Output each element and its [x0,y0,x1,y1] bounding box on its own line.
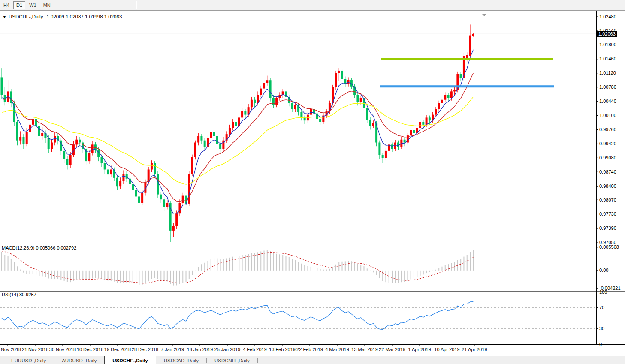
macd-label: MACD(12,26,9) 0.005066 0.002792 [2,245,76,250]
macd-histogram-bar [420,271,421,276]
candle-body [275,98,278,105]
macd-histogram-bar [248,254,249,271]
macd-histogram-bar [292,259,293,271]
macd-histogram-bar [207,261,208,271]
macd-histogram-bar [204,263,205,271]
macd-histogram-bar [229,258,230,271]
macd-histogram-bar [298,262,299,271]
chart-canvas[interactable] [0,0,625,364]
macd-histogram-bar [239,256,239,271]
macd-histogram-bar [367,268,368,270]
candle-body [116,178,118,186]
candle-body [141,193,143,203]
macd-histogram-bar [232,257,233,271]
macd-histogram-bar [363,266,364,271]
macd-histogram-bar [23,271,24,273]
macd-histogram-bar [104,271,105,280]
chart-tab-eurusd[interactable]: EURUSD-,Daily [3,356,54,364]
macd-histogram-bar [95,271,96,278]
macd-histogram-bar [295,260,296,271]
macd-histogram-bar [145,271,146,283]
macd-histogram-bar [86,271,87,280]
date-tick-label: 25 Jan 2019 [214,347,241,352]
macd-histogram-bar [438,268,439,271]
macd-histogram-bar [435,270,436,271]
candle-body [229,128,231,135]
macd-histogram-bar [54,271,55,279]
macd-histogram-bar [157,271,158,279]
macd-histogram-bar [242,255,243,271]
price-tick-label: 0.98740 [599,169,616,174]
macd-histogram-bar [129,271,130,283]
chart-header: ▼USDCHF-,Daily1.02009 1.02087 1.01998 1.… [3,14,122,19]
price-tick-label: 0.98070 [599,197,616,202]
macd-histogram-bar [441,267,442,271]
price-tick-label: 1.01120 [599,70,616,75]
candle-body [138,196,140,203]
macd-histogram-bar [11,259,12,271]
candle-body [472,34,474,36]
price-tick-label: 1.00100 [599,113,616,118]
ma-slow-yellow [2,97,473,184]
chart-tab-usdcad[interactable]: USDCAD-,Daily [156,356,206,364]
macd-histogram-bar [348,261,349,270]
candle-body [372,123,374,126]
symbol-title: USDCHF-,Daily [9,14,43,19]
candle-body [356,95,359,102]
candle-body [391,144,393,149]
macd-histogram-bar [389,271,389,283]
macd-histogram-bar [245,255,246,271]
candle-body [444,95,446,100]
macd-histogram-bar [57,271,58,279]
candle-body [178,203,181,213]
price-tick-label: 0.99080 [599,155,616,160]
macd-histogram-bar [67,271,68,282]
macd-histogram-bar [289,257,290,271]
candle-body [69,155,72,165]
macd-histogram-bar [473,250,474,271]
candle-body [441,100,443,103]
chart-tab-usdcnh[interactable]: USDCNH-,Daily [207,356,257,364]
macd-histogram-bar [214,258,214,270]
candle-body [360,98,362,102]
macd-histogram-bar [260,251,261,270]
macd-histogram-bar [198,267,199,270]
candle-body [1,77,3,95]
macd-histogram-bar [136,271,136,284]
macd-histogram-bar [117,271,118,283]
candle-body [366,108,368,120]
macd-histogram-bar [79,271,80,279]
macd-histogram-bar [201,264,202,271]
date-tick-label: 7 Jan 2019 [161,347,184,352]
macd-histogram-bar [282,255,283,270]
macd-histogram-bar [64,271,65,281]
candle-body [91,144,94,153]
chart-tab-usdchf[interactable]: USDCHF-,Daily [104,356,156,364]
macd-histogram-bar [126,271,127,283]
candle-body [63,151,65,159]
title-dropdown-icon[interactable]: ▼ [3,15,6,19]
candle-body [400,140,402,147]
candle-body [335,73,337,87]
macd-histogram-bar [195,271,196,271]
macd-histogram-bar [426,271,427,273]
candle-body [210,132,212,138]
chart-tab-audusd[interactable]: AUDUSD-,Daily [54,356,104,364]
date-tick-label: 21 Nov 2018 [22,347,48,352]
macd-histogram-bar [314,267,314,271]
rsi-line [2,302,473,330]
support-line[interactable] [380,85,554,87]
price-tick-label: 0.99760 [599,127,616,132]
candle-body [435,109,437,115]
chart-shift-marker[interactable] [482,14,487,16]
candle-body [319,119,321,122]
macd-histogram-bar [354,262,355,271]
macd-histogram-bar [76,271,77,280]
resistance-line[interactable] [381,58,553,60]
rsi-tick-label: 70 [599,305,604,310]
date-tick-label: 10 Dec 2018 [77,347,103,352]
macd-histogram-bar [189,271,190,279]
macd-histogram-bar [142,271,143,285]
macd-histogram-bar [98,271,99,278]
candle-body [132,184,134,190]
